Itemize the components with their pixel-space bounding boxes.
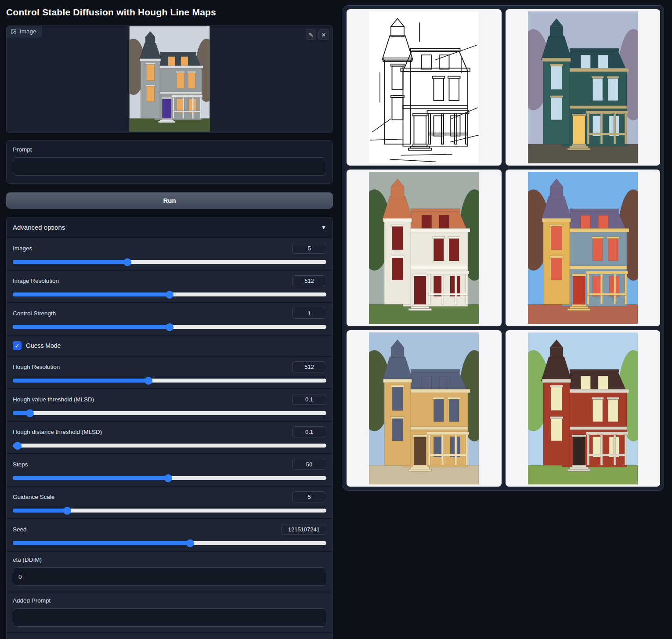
slider-fill: [13, 541, 190, 545]
slider-fill: [13, 292, 170, 296]
slider-head: Control Strength1: [13, 308, 326, 319]
slider-head: Steps50: [13, 459, 326, 470]
eta-ddim-input[interactable]: [13, 567, 326, 586]
gallery-item-yellow-house[interactable]: [506, 170, 661, 326]
slider-track-hough-resolution[interactable]: [13, 379, 326, 383]
slider-row-guidance-scale: Guidance Scale5: [7, 486, 332, 518]
left-column: Control Stable Diffusion with Hough Line…: [6, 5, 333, 639]
textbox-label-added-prompt: Added Prompt: [13, 597, 326, 604]
page-title: Control Stable Diffusion with Hough Line…: [6, 7, 333, 18]
slider-track-control-strength[interactable]: [13, 325, 326, 329]
slider-value-control-strength[interactable]: 1: [292, 308, 326, 319]
slider-fill: [13, 379, 148, 383]
slider-fill: [13, 476, 168, 480]
output-gallery: [343, 5, 664, 491]
advanced-options-panel: Advanced options ▼ Images5Image Resoluti…: [6, 217, 333, 639]
slider-value-hough-distance-threshold-mlsd[interactable]: 0.1: [292, 426, 326, 437]
slider-handle-seed[interactable]: [186, 539, 194, 547]
slider-handle-images[interactable]: [123, 258, 131, 266]
checkbox-label-guess-mode: Guess Mode: [26, 342, 61, 349]
gallery-item-hough-line-map[interactable]: [347, 9, 502, 166]
slider-head: Hough Resolution512: [13, 361, 326, 372]
advanced-options-accordion[interactable]: Advanced options ▼: [7, 217, 332, 237]
slider-handle-hough-resolution[interactable]: [145, 377, 152, 385]
slider-head: Hough value threshold (MLSD)0.1: [13, 394, 326, 405]
advanced-rows: Images5Image Resolution512Control Streng…: [7, 237, 332, 639]
gallery-item-teal-house[interactable]: [506, 9, 661, 166]
image-component-label: Image: [7, 26, 42, 37]
pencil-icon: ✎: [309, 32, 314, 38]
textbox-label-eta-ddim: eta (DDIM): [13, 556, 326, 563]
right-column: [343, 5, 664, 639]
slider-head: Guidance Scale5: [13, 491, 326, 502]
slider-fill: [13, 260, 127, 264]
slider-label-hough-distance-threshold-mlsd: Hough distance threshold (MLSD): [13, 429, 102, 435]
slider-track-steps[interactable]: [13, 476, 326, 480]
slider-track-seed[interactable]: [13, 541, 326, 545]
slider-handle-image-resolution[interactable]: [166, 291, 173, 299]
close-icon: ✕: [322, 32, 326, 38]
slider-track-images[interactable]: [13, 260, 326, 264]
slider-head: Seed1215107241: [13, 524, 326, 535]
slider-value-image-resolution[interactable]: 512: [292, 275, 326, 286]
slider-fill: [13, 509, 67, 513]
slider-track-guidance-scale[interactable]: [13, 509, 326, 513]
slider-value-images[interactable]: 5: [292, 243, 326, 254]
slider-label-hough-value-threshold-mlsd: Hough value threshold (MLSD): [13, 396, 94, 403]
added-prompt-input[interactable]: [13, 608, 326, 627]
checkbox-row-guess-mode: ✓Guess Mode: [7, 335, 332, 356]
slider-handle-hough-value-threshold-mlsd[interactable]: [26, 409, 34, 417]
prompt-label: Prompt: [13, 146, 326, 153]
slider-row-images: Images5: [7, 237, 332, 270]
slider-handle-control-strength[interactable]: [166, 323, 173, 331]
slider-label-control-strength: Control Strength: [13, 310, 56, 317]
slider-head: Hough distance threshold (MLSD)0.1: [13, 426, 326, 437]
gallery-item-tan-house[interactable]: [347, 330, 502, 487]
slider-track-hough-distance-threshold-mlsd[interactable]: [13, 444, 326, 448]
slider-value-seed[interactable]: 1215107241: [282, 524, 326, 535]
slider-label-images: Images: [13, 245, 32, 252]
app-root: Control Stable Diffusion with Hough Line…: [0, 0, 672, 639]
edit-image-button[interactable]: ✎: [306, 29, 316, 40]
slider-fill: [13, 325, 170, 329]
run-button[interactable]: Run: [6, 192, 333, 209]
slider-handle-steps[interactable]: [164, 474, 172, 482]
slider-row-steps: Steps50: [7, 453, 332, 486]
image-actions: ✎ ✕: [306, 29, 329, 40]
slider-head: Images5: [13, 243, 326, 254]
input-image-panel: Image ✎ ✕: [6, 25, 333, 133]
textbox-row-negative-prompt: Negative Prompt: [7, 632, 332, 639]
slider-label-hough-resolution: Hough Resolution: [13, 364, 60, 370]
input-image-preview[interactable]: [130, 26, 210, 132]
prompt-panel: Prompt: [6, 140, 333, 184]
slider-head: Image Resolution512: [13, 275, 326, 286]
slider-row-image-resolution: Image Resolution512: [7, 270, 332, 302]
image-label-text: Image: [20, 28, 36, 35]
slider-track-image-resolution[interactable]: [13, 292, 326, 296]
chevron-down-icon: ▼: [321, 224, 326, 231]
textbox-row-added-prompt: Added Prompt: [7, 592, 332, 632]
slider-value-steps[interactable]: 50: [292, 459, 326, 470]
gallery-item-white-house[interactable]: [347, 170, 502, 326]
slider-label-guidance-scale: Guidance Scale: [13, 494, 54, 500]
slider-row-control-strength: Control Strength1: [7, 302, 332, 335]
slider-label-image-resolution: Image Resolution: [13, 278, 59, 284]
slider-label-steps: Steps: [13, 461, 28, 468]
slider-row-hough-resolution: Hough Resolution512: [7, 356, 332, 388]
slider-handle-hough-distance-threshold-mlsd[interactable]: [14, 442, 22, 450]
slider-row-hough-value-threshold-mlsd: Hough value threshold (MLSD)0.1: [7, 388, 332, 421]
prompt-input[interactable]: [13, 157, 326, 176]
slider-row-hough-distance-threshold-mlsd: Hough distance threshold (MLSD)0.1: [7, 421, 332, 453]
slider-value-guidance-scale[interactable]: 5: [292, 491, 326, 502]
clear-image-button[interactable]: ✕: [318, 29, 329, 40]
slider-handle-guidance-scale[interactable]: [63, 507, 71, 515]
image-icon: [11, 29, 17, 35]
slider-value-hough-value-threshold-mlsd[interactable]: 0.1: [292, 394, 326, 405]
guess-mode-checkbox[interactable]: ✓: [13, 341, 22, 350]
gallery-item-red-house[interactable]: [506, 330, 661, 487]
slider-track-hough-value-threshold-mlsd[interactable]: [13, 411, 326, 415]
checkmark-icon: ✓: [15, 343, 20, 349]
advanced-options-title: Advanced options: [13, 224, 65, 231]
textbox-row-eta-ddim: eta (DDIM): [7, 551, 332, 592]
slider-value-hough-resolution[interactable]: 512: [292, 361, 326, 372]
